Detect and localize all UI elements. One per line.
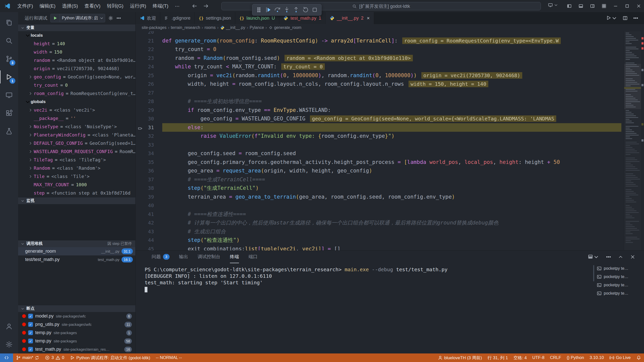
variable-row[interactable]: room_config=RoomRequestConfig(env_t… (18, 89, 135, 98)
debug-step-out-button[interactable] (293, 6, 300, 13)
window-minimize-button[interactable] (610, 0, 621, 12)
tab-close-icon[interactable]: × (367, 15, 370, 21)
code-line-text[interactable]: width, height = room_config.layout.n_col… (162, 80, 621, 88)
terminal-instance[interactable]: pocketpy te… (595, 264, 642, 273)
breakpoint-row[interactable]: ✓test_math.pysite-packages\terrain_res…1… (18, 345, 135, 353)
code-line-text[interactable]: step("生成TerrainCell") (162, 184, 621, 193)
variable-row[interactable]: __package__='' (18, 114, 135, 122)
gear-icon[interactable] (108, 16, 113, 21)
line-number[interactable]: 44 (136, 237, 162, 243)
breadcrumb-item[interactable]: rooms (205, 25, 216, 30)
line-number[interactable]: 28 (136, 98, 162, 104)
code-line-27[interactable]: 27 (136, 88, 621, 97)
line-number[interactable]: 39 (136, 194, 162, 200)
code-line-text[interactable]: try_count = 0 (162, 45, 621, 54)
line-number[interactable]: 33 (136, 142, 162, 148)
code-line-28[interactable]: 28 # ====生成初始地理信息==== (136, 97, 621, 106)
tab-settings.json[interactable]: {}settings.json (195, 12, 235, 24)
code-line-text[interactable]: geo_area = request_area(origin, width, h… (162, 166, 621, 175)
breakpoint-row[interactable]: ✓temp.pysite-packages58 (18, 337, 135, 345)
code-line-text[interactable]: # ====检查连通性==== (162, 210, 621, 219)
nav-forward-icon[interactable] (203, 3, 209, 9)
activity-testing[interactable] (0, 122, 18, 140)
code-line-35[interactable]: 35 geo_config.primary_forces.geothermal_… (136, 158, 621, 167)
terminal-instance[interactable]: pocketpy te… (595, 281, 642, 289)
line-number[interactable]: 45 (136, 246, 162, 250)
code-editor[interactable]: 2021def generate_room(room_config: RoomR… (136, 31, 644, 250)
code-line-text[interactable]: # ====生成初始地理信息==== (162, 97, 621, 106)
panel-tab-输出[interactable]: 输出 (179, 251, 188, 263)
activity-run-debug[interactable]: 1 (0, 68, 18, 86)
line-number[interactable]: 36 (136, 168, 162, 174)
variable-row[interactable]: WASTELAND_ROOM_REQUEST_CONFIG=RoomR… (18, 147, 135, 156)
debug-continue-button[interactable] (265, 6, 272, 13)
activity-settings[interactable] (0, 335, 18, 353)
status-vim-mode[interactable]: -- NORMAL -- (153, 353, 185, 362)
tab-.gdignore[interactable]: .gdignore (160, 12, 195, 24)
variable-row[interactable]: geo_config=GeoConfig(seed=None, wor… (18, 73, 135, 81)
code-line-text[interactable]: raise ValueError(f"Invalid env type: {ro… (162, 132, 621, 141)
code-line-42[interactable]: 42 # 计算每一个出口的中心，然后使用astar生成路径，确保每一个出口组合都… (136, 218, 621, 227)
breadcrumb-item[interactable]: Pylance (250, 25, 264, 30)
panel-tab-调试控制台[interactable]: 调试控制台 (198, 251, 220, 263)
variable-row[interactable]: TileTag=<class 'TileTag'> (18, 156, 135, 164)
remote-indicator[interactable] (0, 353, 13, 362)
status-eol[interactable]: CRLF (547, 353, 564, 362)
code-line-36[interactable]: 36 geo_area = request_area(origin, width… (136, 166, 621, 175)
breakpoint-checkbox[interactable]: ✓ (28, 339, 33, 343)
panel-tab-问题[interactable]: 问题3 (152, 251, 170, 263)
debug-step-over-button[interactable] (274, 6, 281, 13)
code-line-text[interactable]: geo_config.primary_forces.geothermal_act… (162, 158, 621, 167)
variables-group-locals[interactable]: locals (18, 31, 135, 39)
code-line-text[interactable]: else: (162, 123, 621, 132)
breadcrumb-item[interactable]: site-packages (142, 25, 167, 30)
code-line-30[interactable]: 30 geo_config = WASTELAND_GEO_CONFIGgeo_… (136, 114, 621, 123)
panel-tab-端口[interactable]: 端口 (249, 251, 258, 263)
variable-row[interactable]: PlanetaryWindConfig=<class 'Planeta… (18, 131, 135, 139)
tab-__init__.py[interactable]: __init__.py2× (326, 12, 374, 24)
variable-row[interactable]: height=140 (18, 39, 135, 48)
activity-files[interactable] (0, 14, 18, 32)
toggle-secondary-sidebar-button[interactable] (587, 0, 598, 12)
status-go-live[interactable]: Go Live (607, 353, 633, 362)
window-maximize-button[interactable] (622, 0, 632, 12)
code-line-text[interactable]: # ====生成TerrainCell==== (162, 175, 621, 184)
status-blame[interactable]: blueloveTH (3 周前) (435, 353, 485, 362)
menu-item[interactable]: 终端(T) (149, 0, 172, 12)
code-line-26[interactable]: 26 width, height = room_config.layout.n_… (136, 80, 621, 88)
line-number[interactable]: 38 (136, 185, 162, 191)
line-number[interactable]: 20 (136, 31, 162, 35)
code-line-37[interactable]: 37 # ====生成TerrainCell==== (136, 175, 621, 184)
variable-row[interactable]: Random=<class 'Random'> (18, 164, 135, 172)
line-number[interactable]: 40 (136, 202, 162, 208)
code-line-text[interactable]: while try_count < MAX_TRY_COUNT:try_coun… (162, 62, 621, 71)
minimap[interactable] (624, 31, 641, 250)
code-line-23[interactable]: 23 random = Random(room_config.seed)rand… (136, 54, 621, 63)
activity-source-control[interactable]: 3 (0, 50, 18, 68)
line-number[interactable]: 29 (136, 107, 162, 113)
variable-row[interactable]: origin=vec2i(7205730, 9024468) (18, 64, 135, 73)
panel-close-button[interactable] (630, 254, 635, 260)
terminal-list-scrollbar[interactable] (593, 265, 594, 281)
status-debug-config[interactable]: Python 调试程序: 启动文件 (godot-ldtk) (67, 353, 153, 362)
toggle-panel-button[interactable] (576, 0, 586, 12)
line-number[interactable]: 26 (136, 81, 162, 87)
code-line-text[interactable]: origin = vec2i(random.randint(0, 1000000… (162, 71, 621, 80)
line-number[interactable]: 27 (136, 90, 162, 96)
code-line-text[interactable]: random = Random(room_config.seed)random … (162, 54, 621, 63)
menu-item[interactable]: 转到(G) (104, 0, 127, 12)
line-number[interactable]: 37 (136, 176, 162, 183)
status-cursor-position[interactable]: 行 31, 列 1 (485, 353, 511, 362)
start-debug-button[interactable] (51, 14, 60, 22)
window-close-button[interactable] (633, 0, 644, 12)
menu-item[interactable]: 编辑(E) (36, 0, 59, 12)
debug-config-dropdown[interactable]: Python 调试程序: 启 (50, 14, 105, 22)
line-number[interactable]: 30 (136, 116, 162, 122)
code-line-29[interactable]: 29 if room_config.env_type == EnvType.WA… (136, 106, 621, 115)
customize-layout-button[interactable] (599, 0, 609, 12)
run-python-file-button[interactable] (606, 15, 617, 21)
variable-row[interactable]: MAX_TRY_COUNT=1000 (18, 180, 135, 189)
code-line-22[interactable]: 22 try_count = 0 (136, 45, 621, 54)
debug-stop-button[interactable] (311, 6, 318, 13)
terminal-instance[interactable]: pocketpy te… (595, 273, 642, 281)
